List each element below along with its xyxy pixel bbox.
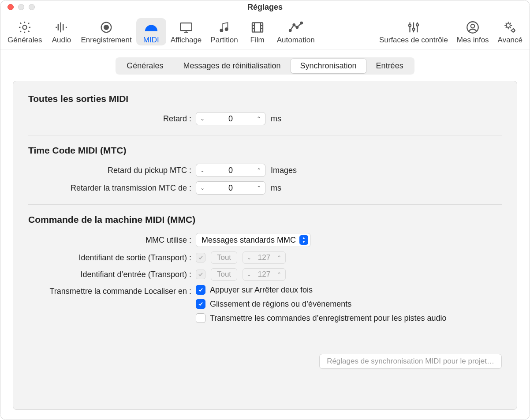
svg-point-2: [104, 25, 108, 30]
stepper-mtc-pickup[interactable]: ⌄ 0 ⌃: [196, 164, 265, 177]
svg-point-12: [289, 30, 291, 32]
subtab-synchronisation[interactable]: Synchronisation: [291, 59, 366, 73]
midi-subtab-segmented: Générales Messages de réinitialisation S…: [116, 57, 414, 75]
divider: [28, 135, 502, 135]
label-mmc-locate: Transmettre la commande Localiser en :: [28, 285, 196, 296]
toolbar-item-audio[interactable]: Audio: [46, 18, 76, 45]
toolbar-item-generales[interactable]: Générales: [3, 18, 46, 45]
section-title-mtc: Time Code MIDI (MTC): [28, 145, 502, 156]
toolbar-label: Surfaces de contrôle: [379, 36, 448, 45]
subtab-messages-reset[interactable]: Messages de réinitialisation: [173, 59, 290, 73]
svg-point-13: [293, 24, 295, 26]
checkbox-transmit-record-audio[interactable]: [196, 313, 205, 323]
checkbox-in-id-all[interactable]: [196, 270, 205, 279]
chevron-down-icon[interactable]: ⌄: [196, 112, 209, 125]
stepper-mtc-tx[interactable]: ⌄ 0 ⌃: [196, 181, 265, 195]
toolbar-item-avance[interactable]: Avancé: [493, 18, 527, 45]
toolbar-label: Générales: [7, 36, 42, 45]
locate-opt3-row: Transmettre les commandes d’enregistreme…: [196, 313, 447, 323]
chevron-up-icon[interactable]: ⌃: [253, 182, 265, 194]
row-mmc-in-id: Identifiant d’entrée (Transport) : Tout …: [28, 268, 502, 281]
label-midi-out-delay: Retard :: [28, 114, 196, 124]
toolbar-item-mesinfos[interactable]: Mes infos: [452, 18, 493, 45]
chevron-down-icon[interactable]: ⌄: [196, 164, 209, 176]
popup-mmc-uses[interactable]: Messages standards MMC ▲▼: [196, 233, 310, 247]
toolbar-item-midi[interactable]: MIDI: [136, 18, 166, 45]
score-notes-icon: [216, 20, 231, 35]
toolbar-item-film[interactable]: Film: [243, 18, 272, 45]
toolbar-item-surfaces[interactable]: Surfaces de contrôle: [375, 18, 452, 45]
label-mtc-tx: Retarder la transmission MTC de :: [28, 184, 196, 193]
toolbar-item-enregistrement[interactable]: Enregistrement: [76, 18, 136, 45]
section-title-mmc: Commande de la machine MIDI (MMC): [28, 214, 502, 225]
row-midi-out-delay: Retard : ⌄ 0 ⌃ ms: [28, 112, 502, 125]
svg-point-4: [150, 26, 152, 28]
svg-point-17: [412, 28, 414, 30]
locate-opt2-row: Glissement de régions ou d’évènements: [196, 299, 351, 309]
section-title-midi-out: Toutes les sorties MIDI: [28, 94, 502, 104]
subtab-entrees[interactable]: Entrées: [366, 59, 413, 73]
toolbar-label: Audio: [52, 36, 71, 45]
chevron-up-icon[interactable]: ⌃: [253, 112, 265, 125]
gears-icon: [503, 20, 518, 35]
label-out-id-all: Tout: [211, 251, 237, 264]
film-icon: [250, 20, 265, 35]
chevron-down-icon: ⌄: [243, 252, 255, 263]
value-midi-out-delay: 0: [209, 114, 253, 124]
checkbox-out-id-all[interactable]: [196, 253, 205, 262]
toolbar-item-affichage[interactable]: Affichage: [166, 18, 206, 45]
window-title: Réglages: [247, 3, 283, 12]
close-window-button[interactable]: [7, 4, 14, 10]
value-mtc-tx: 0: [209, 184, 253, 193]
sliders-icon: [406, 20, 421, 35]
checkbox-locate-drag-regions[interactable]: [196, 299, 205, 309]
svg-point-7: [153, 27, 154, 28]
preferences-window: Réglages Générales Audio Enregistrement: [0, 0, 530, 420]
row-mmc-uses: MMC utilise : Messages standards MMC ▲▼: [28, 233, 502, 247]
user-circle-icon: [465, 20, 480, 35]
label-locate-opt2: Glissement de régions ou d’évènements: [210, 300, 351, 309]
unit-mtc-tx: ms: [271, 184, 281, 193]
locate-opt1-row: Appuyer sur Arrêter deux fois: [196, 285, 313, 295]
label-mtc-pickup: Retard du pickup MTC :: [28, 166, 196, 175]
label-in-id-all: Tout: [211, 268, 237, 281]
popup-value: Messages standards MMC: [202, 236, 296, 245]
toolbar-label: Film: [250, 36, 265, 45]
chevron-up-icon[interactable]: ⌃: [253, 164, 265, 176]
row-mtc-tx: Retarder la transmission MTC de : ⌄ 0 ⌃ …: [28, 181, 502, 195]
subtab-generales[interactable]: Générales: [117, 59, 173, 73]
toolbar-label: Mes infos: [457, 36, 489, 45]
toolbar-item-partition[interactable]: Partition: [206, 18, 242, 45]
checkbox-locate-stop-twice[interactable]: [196, 285, 205, 295]
zoom-window-button[interactable]: [29, 4, 35, 10]
svg-point-0: [23, 25, 27, 29]
minimize-window-button[interactable]: [18, 4, 24, 10]
titlebar: Réglages: [0, 0, 530, 14]
chevron-up-icon: ⌃: [273, 252, 285, 263]
unit-mtc-pickup: Images: [271, 166, 297, 175]
toolbar-item-automation[interactable]: Automation: [272, 18, 319, 45]
toolbar-label: Avancé: [498, 36, 523, 45]
chevron-down-icon[interactable]: ⌄: [196, 182, 209, 194]
midi-gauge-icon: [144, 20, 159, 35]
toolbar-label: Automation: [277, 36, 315, 45]
chevron-down-icon: ⌄: [243, 269, 255, 280]
display-icon: [179, 20, 194, 35]
project-midi-sync-settings-button[interactable]: Réglages de synchronisation MIDI pour le…: [319, 354, 502, 369]
stepper-midi-out-delay[interactable]: ⌄ 0 ⌃: [196, 112, 265, 125]
footer-row: Réglages de synchronisation MIDI pour le…: [28, 354, 502, 369]
svg-point-14: [296, 26, 298, 29]
toolbar-label: Enregistrement: [81, 36, 131, 45]
label-mmc-in-id: Identifiant d’entrée (Transport) :: [28, 270, 196, 279]
stepper-in-id: ⌄ 127 ⌃: [243, 268, 286, 281]
window-controls: [7, 4, 35, 10]
popup-arrows-icon: ▲▼: [299, 235, 308, 245]
midi-subtab-bar: Générales Messages de réinitialisation S…: [0, 57, 530, 75]
record-icon: [99, 20, 114, 35]
row-mtc-pickup: Retard du pickup MTC : ⌄ 0 ⌃ Images: [28, 164, 502, 177]
toolbar-label: Affichage: [171, 36, 202, 45]
toolbar-label: Partition: [210, 36, 238, 45]
divider: [28, 204, 502, 205]
waveform-icon: [54, 20, 69, 35]
label-mmc-out-id: Identifiant de sortie (Transport) :: [28, 253, 196, 262]
